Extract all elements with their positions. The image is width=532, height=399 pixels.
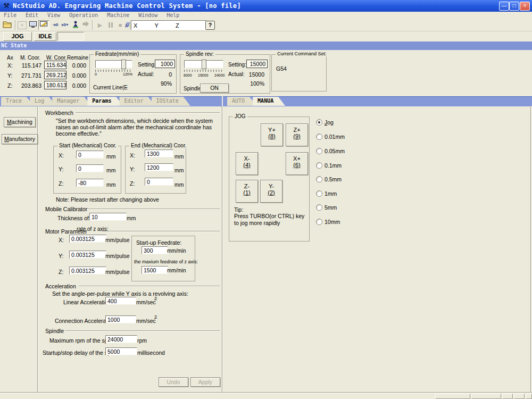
menu-edit[interactable]: Edit: [22, 12, 42, 18]
jog-y-plus-button[interactable]: Y+(8): [261, 123, 283, 146]
maximize-icon[interactable]: □: [509, 2, 519, 11]
axis-select-input[interactable]: [131, 20, 206, 30]
screen-icon[interactable]: [28, 20, 38, 30]
menu-window[interactable]: Window: [135, 12, 161, 18]
jog-z-plus-button[interactable]: Z+(9): [286, 123, 308, 146]
radio-5mm[interactable]: [316, 204, 322, 211]
back-to-origin-icon[interactable]: x0+: [60, 21, 70, 31]
help-icon[interactable]: ?: [205, 21, 215, 30]
right-pane-edge: [530, 106, 531, 392]
menu-machine[interactable]: Machine: [103, 12, 133, 18]
axis-label: Z:: [130, 180, 135, 187]
radio-10mm-label[interactable]: 10mm: [325, 219, 340, 225]
minimize-icon[interactable]: —: [499, 2, 509, 11]
set-origin-icon[interactable]: [71, 20, 80, 30]
feedrate-setting-value[interactable]: 1000: [155, 60, 175, 68]
work-coord-x[interactable]: 115.634: [44, 61, 66, 69]
simulate-icon[interactable]: ×: [18, 21, 27, 29]
radio-1mm-label[interactable]: 1mm: [325, 190, 337, 197]
start-x-input[interactable]: [76, 151, 104, 159]
menu-help[interactable]: Help: [163, 12, 183, 18]
open-file-icon[interactable]: [3, 20, 12, 30]
tab-iostate[interactable]: IOState: [152, 97, 190, 106]
radio-1mm[interactable]: [316, 190, 322, 197]
end-x-input[interactable]: [145, 149, 173, 157]
sidebar-machining-button[interactable]: Machining: [4, 117, 36, 127]
radio-0-5mm[interactable]: [316, 176, 322, 182]
work-coord-z[interactable]: 180.613: [44, 81, 66, 89]
follow-icon[interactable]: [81, 20, 90, 30]
pane-splitter[interactable]: [222, 106, 222, 392]
start-z-input[interactable]: [76, 179, 104, 187]
motor-x-input[interactable]: [69, 235, 106, 243]
section-rule: [65, 330, 220, 331]
spindle-slider-thumb[interactable]: [202, 60, 206, 69]
end-z-input[interactable]: [145, 178, 173, 186]
max-z-feedrate-input[interactable]: [142, 266, 168, 274]
sidebar-manufactory-button[interactable]: Manufactory: [2, 134, 38, 144]
menu-operation[interactable]: Operation: [65, 12, 102, 18]
feedrate-slider-thumb[interactable]: [121, 60, 126, 69]
jog-x-minus-button[interactable]: X-(4): [236, 152, 258, 175]
motor-z-input[interactable]: [69, 267, 106, 275]
tab-log[interactable]: Log: [30, 97, 56, 106]
unit-label: mm/pulse: [105, 253, 130, 259]
radio-0-1mm[interactable]: [316, 162, 322, 169]
thickness-input[interactable]: [89, 213, 127, 221]
tab-trace[interactable]: Trace: [1, 97, 34, 106]
radio-0-05mm-label[interactable]: 0.05mm: [325, 148, 345, 154]
radio-0-01mm-label[interactable]: 0.01mm: [325, 134, 345, 140]
motor-y-input[interactable]: [69, 251, 106, 259]
work-coord-y[interactable]: 269.212: [44, 71, 66, 79]
startup-feedrate-input[interactable]: [142, 246, 168, 254]
feedrate-title: Feedrate(mm/min): [94, 51, 140, 57]
tab-manua[interactable]: MANUA: [253, 97, 285, 106]
apply-button[interactable]: Apply: [190, 377, 220, 387]
mode-indicator: JOG: [3, 32, 32, 41]
spindle-tick-min: 6000: [184, 73, 192, 77]
radio-0-5mm-label[interactable]: 0.5mm: [325, 176, 342, 182]
start-icon[interactable]: ▶: [95, 20, 105, 30]
connection-acceleration-input[interactable]: [105, 315, 136, 323]
feedrate-slider[interactable]: [95, 60, 132, 68]
linear-acceleration-input[interactable]: [105, 297, 136, 305]
statusbar-cell: [435, 394, 470, 399]
spindle-slider[interactable]: [184, 60, 223, 68]
statusbar-cell: [514, 394, 525, 399]
pause-icon[interactable]: [106, 20, 115, 30]
trace-view-icon[interactable]: [38, 20, 49, 30]
feedrate-scale-max: 120%: [123, 72, 132, 76]
spindle-on-button[interactable]: ON: [200, 84, 229, 93]
spindle-setting-value[interactable]: 15000: [246, 60, 268, 68]
feedrate-scale: [95, 70, 132, 72]
jog-group-title: JOG: [233, 113, 247, 119]
menu-view[interactable]: View: [44, 12, 64, 18]
tab-auto[interactable]: AUTO: [227, 97, 256, 106]
radio-0-05mm[interactable]: [316, 148, 322, 154]
jog-z-minus-button[interactable]: Z-(1): [236, 180, 258, 203]
radio-5mm-label[interactable]: 5mm: [325, 204, 337, 211]
menu-file[interactable]: File: [0, 12, 20, 18]
tab-params[interactable]: Params: [87, 97, 123, 106]
axis-label: X:: [7, 62, 13, 69]
radio-jog[interactable]: [316, 119, 322, 126]
radio-0-1mm-label[interactable]: 0.1mm: [325, 162, 342, 169]
radio-0-01mm[interactable]: [316, 134, 322, 140]
radio-jog-label[interactable]: Jog: [325, 119, 334, 126]
radio-10mm[interactable]: [316, 219, 322, 225]
acceleration-hint: Set the angle-per-pulse while Y axis is …: [52, 290, 188, 297]
machine-coord-y: 271.731: [16, 72, 41, 79]
max-rpm-input[interactable]: [105, 335, 137, 343]
undo-button[interactable]: Undo: [159, 377, 188, 387]
tab-manager[interactable]: Manager: [52, 97, 91, 106]
jog-y-minus-button[interactable]: Y-(2): [260, 180, 282, 203]
tab-editor[interactable]: Editor: [119, 97, 155, 106]
unit-label: mm/pulse: [105, 237, 130, 243]
start-y-input[interactable]: [76, 164, 104, 172]
jog-x-plus-button[interactable]: X+(6): [286, 152, 308, 175]
end-y-input[interactable]: [145, 163, 173, 171]
spindle-delay-input[interactable]: [105, 347, 137, 355]
goto-point-icon[interactable]: ∙x0: [51, 21, 60, 31]
right-tab-strip: AUTOMANUA: [223, 96, 532, 106]
close-icon[interactable]: ×: [520, 2, 530, 11]
